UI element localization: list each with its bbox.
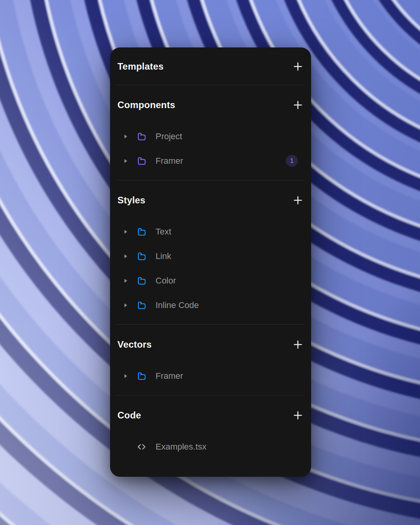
section-header-vectors: Vectors (110, 338, 311, 351)
disclosure-chevron-icon[interactable] (124, 159, 129, 163)
code-file-icon (136, 441, 147, 452)
folder-icon (136, 131, 147, 142)
add-vectors-button[interactable] (292, 339, 303, 350)
row-label: Color (156, 276, 176, 286)
section-header-components: Components (110, 98, 311, 112)
tree-row-inline-code[interactable]: Inline Code (110, 293, 311, 317)
disclosure-chevron-icon[interactable] (124, 374, 129, 378)
section-divider (116, 395, 304, 396)
folder-icon (136, 156, 147, 166)
plus-icon (293, 410, 303, 420)
add-components-button[interactable] (292, 100, 303, 110)
disclosure-chevron-icon[interactable] (124, 229, 129, 234)
section-divider (116, 180, 304, 180)
section-divider (116, 85, 304, 85)
row-label: Examples.tsx (156, 442, 206, 452)
row-label: Framer (156, 371, 183, 381)
folder-icon (136, 226, 147, 237)
row-label: Framer (156, 156, 183, 166)
plus-icon (293, 61, 303, 72)
disclosure-chevron-icon[interactable] (124, 254, 129, 259)
tree-row-framer-vectors[interactable]: Framer (110, 364, 311, 388)
folder-icon (136, 251, 147, 262)
assets-panel: Templates Components (110, 47, 311, 477)
section-header-templates: Templates (110, 60, 311, 73)
row-label: Inline Code (156, 300, 199, 310)
plus-icon (293, 195, 303, 205)
add-code-button[interactable] (292, 410, 303, 421)
section-title-styles: Styles (117, 195, 145, 206)
section-title-vectors: Vectors (117, 339, 152, 350)
disclosure-chevron-icon[interactable] (124, 303, 129, 308)
tree-row-text[interactable]: Text (110, 219, 311, 244)
plus-icon (293, 340, 303, 350)
tree-row-project[interactable]: Project (110, 124, 311, 149)
add-templates-button[interactable] (292, 61, 303, 72)
disclosure-chevron-icon[interactable] (124, 278, 129, 283)
section-header-styles: Styles (110, 194, 311, 207)
disclosure-chevron-icon[interactable] (124, 134, 129, 139)
section-title-components: Components (117, 100, 175, 110)
count-badge: 1 (286, 155, 298, 167)
folder-icon (136, 371, 147, 382)
section-title-templates: Templates (117, 61, 164, 72)
tree-row-color[interactable]: Color (110, 268, 311, 293)
tree-row-framer-components[interactable]: Framer 1 (110, 149, 311, 173)
row-label: Link (156, 251, 171, 261)
tree-row-link[interactable]: Link (110, 244, 311, 268)
section-header-code: Code (110, 409, 311, 422)
row-label: Project (156, 131, 182, 142)
folder-icon (136, 275, 147, 286)
screen: Templates Components (0, 0, 420, 525)
section-title-code: Code (117, 410, 141, 421)
row-label: Text (156, 227, 171, 237)
folder-icon (136, 300, 147, 311)
tree-row-examples-file[interactable]: Examples.tsx (110, 434, 311, 459)
add-styles-button[interactable] (292, 195, 303, 206)
plus-icon (293, 100, 303, 110)
section-divider (116, 324, 304, 325)
